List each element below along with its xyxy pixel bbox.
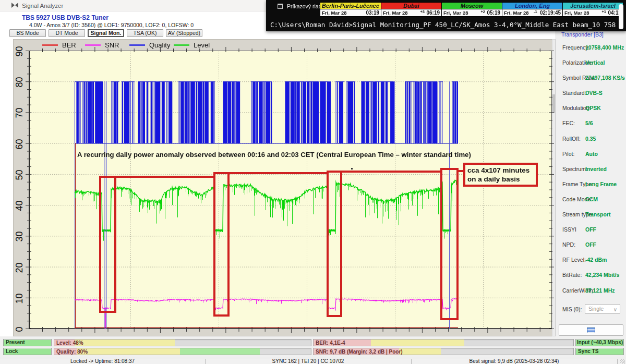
transponder-row: ISSYIOFF — [556, 222, 626, 237]
mis-value: Single — [588, 306, 604, 312]
transponder-row: Spectrum:Inverted — [556, 162, 626, 177]
command-prompt-scrollbar[interactable] — [619, 4, 623, 29]
transponder-row-value: 5/6 — [585, 120, 593, 126]
clock-time: 05:19 — [487, 10, 500, 16]
clock-london-eng: London, EngFri, Mar 28-102:19:45 — [502, 3, 562, 16]
snr-progressbar: SNR: 9,7 dB (Margin: 3,2 dB | Poor) — [313, 348, 574, 355]
input-indicator: Input (~40,3 Mbps) — [575, 339, 624, 346]
transponder-row: Standard:DVB-S — [556, 86, 626, 101]
tab-dt-mode[interactable]: DT Mode — [49, 29, 85, 37]
command-prompt-window[interactable]: Príkazový riadok Berlin-Paris-LučenecFri… — [266, 0, 626, 31]
legend-label: BER — [62, 41, 76, 49]
transponder-row-value: QPSK — [585, 105, 601, 111]
transponder-row: Symbol Rate:27497,108 KS/s — [556, 70, 626, 86]
clock-time-row: Fri, Mar 28-102:19:45 — [502, 9, 562, 16]
lock-indicator: Lock — [3, 348, 52, 355]
legend-line-ber — [42, 44, 58, 46]
clock-date: Fri, Mar 28 — [443, 10, 480, 16]
sidebar-tool-button[interactable] — [559, 324, 623, 336]
transponder-row-value: CCM — [585, 196, 598, 202]
transponder-row-value: 42,234 Mbit/s — [585, 272, 619, 278]
world-clocks: Berlin-Paris-LučenecFri, Mar 2803:19Duba… — [320, 2, 623, 17]
mis-row: MIS (0): Single ∨ — [556, 304, 626, 315]
transponder-row: Modulation:QPSK — [556, 101, 626, 116]
transponder-rows: Frequency:10758,400 MHzPolarization:Vert… — [556, 40, 626, 298]
resize-grip[interactable] — [620, 359, 625, 363]
transponder-row: Code Mode:CCM — [556, 192, 626, 207]
app-title: Signal Analyzer — [22, 3, 63, 9]
command-prompt-icon — [278, 4, 283, 9]
stream-list-icon — [587, 327, 595, 333]
clock-jerusalem-israel: Jerusalem-IsraelFri, Mar 28+104:19 — [562, 3, 623, 16]
bar-text: Level: 48% — [56, 339, 83, 346]
transponder-row-label: Standard: — [562, 90, 586, 96]
transponder-row-value: 27497,108 KS/s — [585, 75, 625, 81]
legend-item-ber: BER — [42, 41, 76, 49]
transponder-row: RF Level:-42 dBm — [556, 252, 626, 268]
transponder-row-label: ISSYI — [562, 226, 576, 233]
clock-time: 02:19:45 — [540, 10, 561, 16]
clock-city: Moscow — [442, 3, 502, 9]
tab-av-stopped-[interactable]: AV (Stopped) — [166, 29, 202, 37]
clock-date: Fri, Mar 28 — [383, 10, 420, 16]
transponder-row: FEC:5/6 — [556, 116, 626, 131]
statusbar-uptime: Locked -> Uptime: 81:08:37 — [0, 358, 205, 364]
transponder-header: Transponder [B3] — [561, 31, 604, 38]
transponder-row-label: Pilot: — [562, 151, 574, 157]
bar-segment — [371, 339, 464, 346]
legend-label: SNR — [105, 41, 119, 49]
clock-date: Fri, Mar 28 — [504, 10, 534, 16]
clock-date: Fri, Mar 28 — [322, 10, 359, 16]
clock-time-row: Fri, Mar 28+306:19 — [381, 9, 441, 16]
transponder-row-label: FEC: — [562, 120, 575, 126]
clock-city: London, Eng — [502, 3, 562, 9]
signal-monitor-plot — [21, 44, 554, 336]
clock-utc-offset: +3 — [420, 9, 426, 14]
bar-segment — [77, 348, 180, 355]
clock-utc-offset: +1 — [601, 9, 608, 14]
transponder-row: Frequency:10758,400 MHz — [556, 40, 626, 55]
statusbar-sync-counts: SYNC 162 | TEI 20 | CC 10702 — [205, 358, 411, 364]
quality-progressbar: Quality: 80% — [54, 348, 311, 355]
clock-dubai: DubaiFri, Mar 28+306:19 — [381, 3, 441, 16]
clock-time: 06:19 — [426, 10, 440, 16]
clock-city: Berlin-Paris-Lučenec — [320, 3, 381, 9]
statusbar-best-signal: Best signal: 9,9 dB (2025-03-28 02:34) — [411, 358, 617, 364]
clock-berlin-paris-lu-enec: Berlin-Paris-LučenecFri, Mar 2803:19 — [320, 3, 381, 16]
signal-analyzer-window: Signal Analyzer TBS 5927 USB DVB-S2 Tune… — [0, 0, 626, 364]
bar-segment — [75, 339, 175, 346]
transponder-row: RollOff:0.35 — [556, 131, 626, 147]
ber-progressbar: BER: 4,1E-4 — [313, 339, 574, 346]
tab-signal-mon-[interactable]: Signal Mon. — [88, 29, 124, 37]
transponder-row: Polarization:Vertical — [556, 55, 626, 70]
transponder-row: Stream type:Transport — [556, 207, 626, 222]
legend-label: Level — [194, 41, 210, 49]
legend-item-level: Level — [174, 41, 210, 49]
tab-bs-mode[interactable]: BS Mode — [9, 29, 46, 37]
clock-time-row: Fri, Mar 2803:19 — [320, 9, 381, 16]
transponder-row-label: NPD: — [562, 241, 575, 248]
transponder-row-value: -42 dBm — [585, 257, 607, 263]
command-prompt-line: C:\Users\Roman Dávid>Signal Monitoring_P… — [270, 21, 626, 29]
transponder-row-value: 0.35 — [585, 136, 596, 142]
chart-legend: BERSNRQualityLevel — [13, 41, 535, 49]
mis-label: MIS (0): — [562, 306, 582, 312]
tab-tsa-ok-[interactable]: TSA (OK) — [127, 29, 163, 37]
tuner-subtitle: 4.0W - Amos 3/7 (ID: 3560) @ LOF1: 97500… — [29, 22, 194, 28]
transponder-row: NPD:OFF — [556, 237, 626, 252]
level-progressbar: Level: 48% — [54, 339, 311, 346]
transponder-row-value: Vertical — [585, 59, 605, 66]
legend-line-level — [174, 44, 189, 46]
sync-ts-indicator: Sync TS — [575, 348, 624, 355]
transponder-row-label: RF Level: — [562, 257, 586, 263]
transponder-row-value: DVB-S — [585, 90, 603, 96]
transponder-row-value: OFF — [585, 241, 596, 248]
transponder-row-label: BitRate: — [562, 272, 582, 278]
mis-dropdown[interactable]: Single ∨ — [585, 304, 620, 314]
transponder-row-value: 10758,400 MHz — [585, 44, 624, 51]
clock-date: Fri, Mar 28 — [564, 10, 601, 16]
transponder-row-label: Spectrum: — [562, 166, 587, 172]
clock-utc-offset: +2 — [480, 9, 487, 14]
transponder-row-value: 37,121 MHz — [585, 287, 615, 294]
clock-city: Dubai — [381, 3, 441, 9]
